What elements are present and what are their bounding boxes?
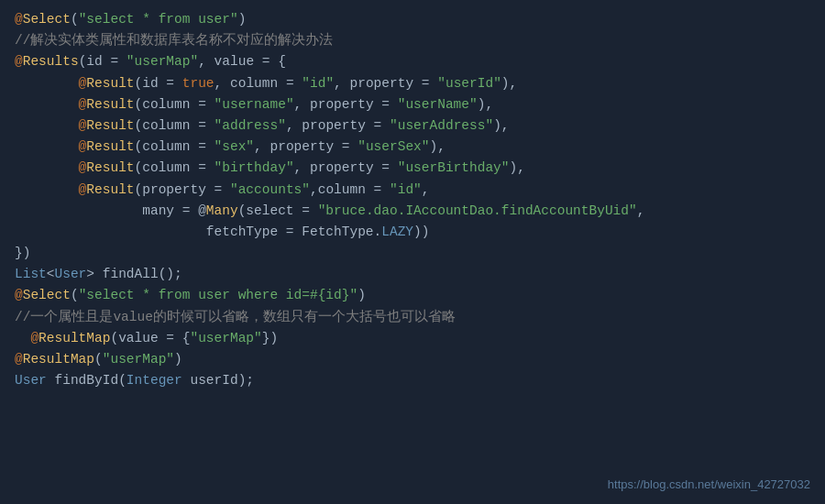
code-line-1: @Select("select * from user") xyxy=(15,9,810,30)
code-line-7: @Result(column = "sex", property = "user… xyxy=(15,137,810,158)
code-line-11: fetchType = FetchType.LAZY)) xyxy=(15,222,810,243)
code-container: @Select("select * from user")//解决实体类属性和数… xyxy=(0,0,825,504)
code-line-19: User findById(Integer userId); xyxy=(15,370,810,391)
code-line-18: @ResultMap("userMap") xyxy=(15,349,810,370)
code-line-12: }) xyxy=(15,243,810,264)
code-line-3: @Results(id = "userMap", value = { xyxy=(15,51,810,72)
code-line-2: //解决实体类属性和数据库表名称不对应的解决办法 xyxy=(15,30,810,51)
code-line-16: //一个属性且是value的时候可以省略，数组只有一个大括号也可以省略 xyxy=(15,307,810,328)
code-line-6: @Result(column = "address", property = "… xyxy=(15,115,810,137)
code-line-10: many = @Many(select = "bruce.dao.IAccoun… xyxy=(15,201,810,222)
code-line-15: @Select("select * from user where id=#{i… xyxy=(15,285,810,306)
code-line-8: @Result(column = "birthday", property = … xyxy=(15,158,810,179)
code-line-9: @Result(property = "accounts",column = "… xyxy=(15,180,810,201)
watermark-text: https://blog.csdn.net/weixin_42727032 xyxy=(608,476,810,495)
code-line-17: @ResultMap(value = {"userMap"}) xyxy=(15,328,810,349)
code-line-5: @Result(column = "username", property = … xyxy=(15,94,810,115)
code-line-4: @Result(id = true, column = "id", proper… xyxy=(15,73,810,94)
code-line-13: List<User> findAll(); xyxy=(15,264,810,285)
